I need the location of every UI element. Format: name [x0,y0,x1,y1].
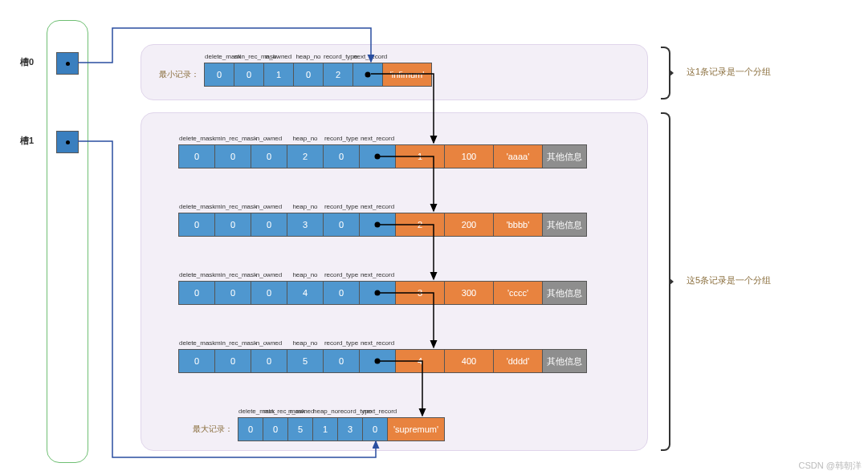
cell: n_owned1 [264,63,294,86]
label-max-record: 最大记录： [193,424,233,435]
slot1-box [56,131,79,153]
cells-infimum: delete_mask0 min_rec_mask0 n_owned1 heap… [204,63,432,87]
cell: record_type2 [324,63,353,86]
slot1-label: 槽1 [20,135,34,147]
row-2: delete_mask0 min_rec_mask0 n_owned0 heap… [178,213,587,237]
cells: delete_mask0 min_rec_mask0 n_owned0 heap… [178,144,587,168]
row-1: delete_mask0 min_rec_mask0 n_owned0 heap… [178,144,587,168]
watermark: CSDN @韩朝洋 [799,460,862,472]
payload-cell: 'infimum' [383,63,431,86]
slots-panel [47,20,88,463]
annotation-top: 这1条记录是一个分组 [687,66,771,78]
row-4: delete_mask0 min_rec_mask0 n_owned0 heap… [178,349,587,373]
label-min-record: 最小记录： [159,69,199,80]
slot0-label: 槽0 [20,56,34,68]
brace-top [661,47,670,99]
row-3: delete_mask0 min_rec_mask0 n_owned0 heap… [178,281,587,305]
cell: delete_mask0 [205,63,234,86]
annotation-bottom: 这5条记录是一个分组 [687,274,771,286]
brace-bottom [661,112,670,451]
next-record-cell: next_record [353,63,383,86]
cell: min_rec_mask0 [234,63,264,86]
cell: heap_no0 [294,63,324,86]
row-infimum: 最小记录： delete_mask0 min_rec_mask0 n_owned… [159,63,432,87]
row-supremum: 最大记录： delete_mask0 min_rec_mask0 n_owned… [193,417,445,441]
slot0-box [56,52,79,75]
